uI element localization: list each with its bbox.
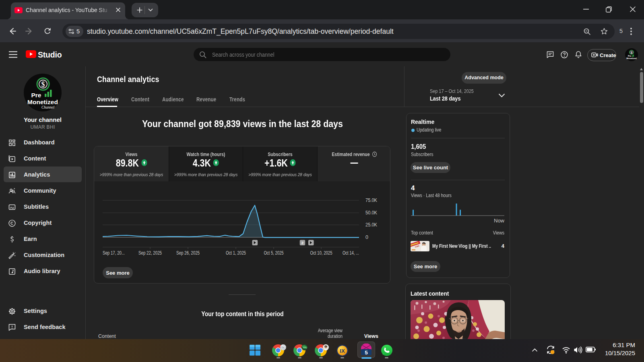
svg-text:$: $ [631,51,632,54]
svg-text:25.0K: 25.0K [365,222,378,228]
svg-text:Sep 17, 20...: Sep 17, 20... [103,250,125,256]
svg-text:50.0K: 50.0K [365,210,378,216]
svg-text:2: 2 [301,241,303,245]
svg-text:Pre: Pre [31,92,41,99]
svg-text:Oct 10, 2025: Oct 10, 2025 [310,250,332,256]
svg-text:Now: Now [494,218,505,224]
svg-text:Oct 1, 2025: Oct 1, 2025 [226,250,246,256]
svg-text:Monetized: Monetized [626,57,637,60]
svg-text:$: $ [41,80,45,88]
svg-text:IX: IX [340,348,345,354]
svg-text:75.0K: 75.0K [365,197,378,203]
svg-text:Monetized: Monetized [27,99,58,105]
svg-text:Oct 5, 2025: Oct 5, 2025 [264,250,284,256]
svg-text:Sep 22, 2025: Sep 22, 2025 [138,250,162,256]
svg-text:Sep 26, 2025: Sep 26, 2025 [176,250,200,256]
svg-text:Channel: Channel [41,105,55,109]
svg-text:Oct 14, ...: Oct 14, ... [343,250,359,256]
svg-text:0: 0 [365,234,368,240]
svg-text:5: 5 [365,350,368,356]
